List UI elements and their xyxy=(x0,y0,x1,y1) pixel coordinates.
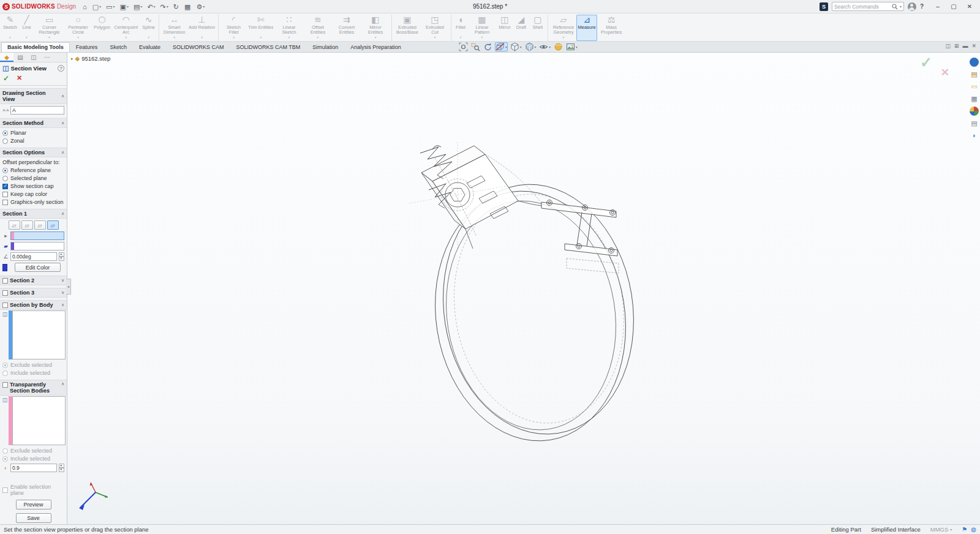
chevron-icon[interactable]: ∧ xyxy=(61,382,64,386)
quick-access-button[interactable]: ⌂ xyxy=(81,2,89,11)
radio-reference-plane[interactable]: Reference plane xyxy=(2,167,64,173)
breadcrumb-filename[interactable]: 95162.step xyxy=(81,55,110,62)
save-button[interactable]: Save xyxy=(16,513,51,523)
ribbon-tool-button[interactable]: ◠ Centerpoint Arc ▾ xyxy=(111,15,140,41)
ribbon-tool-button[interactable]: ◢ Draft xyxy=(513,15,529,41)
doc-close-icon[interactable]: ✕ xyxy=(971,43,976,49)
solidworks-resources-icon[interactable] xyxy=(970,58,979,67)
ribbon-tool-button[interactable]: ∿ Spline ▾ xyxy=(140,15,157,41)
previous-view-icon[interactable] xyxy=(483,42,493,51)
minimize-button[interactable]: – xyxy=(930,1,946,13)
doc-minimize-icon[interactable]: ▬ xyxy=(962,43,968,49)
command-tab[interactable]: Sketch xyxy=(104,42,133,52)
apply-scene-icon[interactable]: ▾ xyxy=(565,42,578,51)
group-header-section-method[interactable]: Section Method ∧ xyxy=(0,118,67,128)
command-tab[interactable]: Features xyxy=(70,42,104,52)
command-tab[interactable]: Basic Modeling Tools xyxy=(1,42,70,52)
preview-button[interactable]: Preview xyxy=(16,500,51,510)
section-by-body-selection-list[interactable]: ◫ xyxy=(1,310,66,359)
zoom-to-fit-icon[interactable] xyxy=(458,42,469,51)
view-palette-icon[interactable]: ▦ xyxy=(970,94,979,103)
cancel-button[interactable]: ✕ xyxy=(17,74,22,83)
chevron-icon[interactable]: ∧ xyxy=(61,211,64,216)
drawing-section-name-input[interactable] xyxy=(11,107,64,113)
command-tab[interactable]: Evaluate xyxy=(133,42,167,52)
section-reference-input[interactable] xyxy=(14,233,64,239)
ribbon-tool-button[interactable]: ◫ Mirror xyxy=(496,15,513,41)
quick-access-button[interactable]: ▭ ▾ xyxy=(104,2,116,11)
ribbon-tool-button[interactable]: ◜ Sketch Fillet ▾ xyxy=(218,15,247,41)
transparency-input[interactable] xyxy=(11,465,56,471)
ribbon-tool-button[interactable]: ▣ Extruded Boss/Base xyxy=(391,15,420,41)
breadcrumb[interactable]: ▸ ◆ 95162.step xyxy=(71,55,110,62)
custom-properties-icon[interactable]: ▤ xyxy=(970,119,979,128)
section-plane-selected-button[interactable]: ▱ xyxy=(47,220,59,230)
section-color-swatch[interactable] xyxy=(2,264,7,271)
spinner-down-icon[interactable] xyxy=(59,468,64,472)
ribbon-tool-button[interactable]: ◧ Mirror Entities ▾ xyxy=(361,15,390,41)
flyout-tree-arrow-icon[interactable]: ▸ xyxy=(71,56,74,61)
maximize-button[interactable]: ▢ xyxy=(946,1,962,13)
units-selector[interactable]: MMGS ▾ xyxy=(930,526,952,533)
ribbon-tool-button[interactable]: ✄ Trim Entities ▾ xyxy=(247,15,274,41)
group-header-transparently-section-bodies[interactable]: Transparently Section Bodies ∧ xyxy=(0,380,67,396)
quick-access-button[interactable]: ↻ xyxy=(172,2,181,11)
chevron-icon[interactable]: ∧ xyxy=(61,150,64,155)
property-manager-tab[interactable]: ◆ xyxy=(0,53,13,62)
checkbox-icon[interactable] xyxy=(2,382,8,388)
spinner-down-icon[interactable] xyxy=(59,257,64,261)
quick-access-button[interactable]: ▢ ▾ xyxy=(91,2,103,11)
radio-planar[interactable]: Planar xyxy=(2,130,64,136)
confirm-cancel-corner-button[interactable]: ✕ xyxy=(941,66,949,79)
hide-show-items-icon[interactable]: ▾ xyxy=(538,42,551,51)
interface-mode-label[interactable]: Simplified Interface xyxy=(871,526,921,533)
feature-manager-tab[interactable]: ▤ xyxy=(13,53,27,62)
ribbon-tool-button[interactable]: ╱ Line ▾ xyxy=(18,15,35,41)
help-icon[interactable]: ? xyxy=(920,3,924,10)
confirm-ok-corner-button[interactable]: ✓ xyxy=(920,54,932,71)
checkbox-show-section-cap[interactable]: Show section cap xyxy=(2,183,64,189)
group-header-section-2[interactable]: Section 2 ∨ xyxy=(0,276,67,285)
ribbon-tool-button[interactable]: ↔ Smart Dimension ▾ xyxy=(159,15,187,41)
ribbon-tool-button[interactable]: ○ Perimeter Circle ▾ xyxy=(64,15,92,41)
checkbox-icon[interactable] xyxy=(2,303,8,308)
checkbox-icon[interactable] xyxy=(2,290,8,296)
zoom-to-area-icon[interactable] xyxy=(470,42,481,51)
ribbon-tool-button[interactable]: ⬡ Polygon xyxy=(92,15,111,41)
section-plane-right-button[interactable]: ▱ xyxy=(34,220,46,230)
command-tab[interactable]: SOLIDWORKS CAM xyxy=(167,42,230,52)
display-manager-tab[interactable]: ◫ xyxy=(27,53,40,62)
selection-list-box[interactable] xyxy=(12,310,66,359)
search-input[interactable] xyxy=(834,4,890,10)
command-tab[interactable]: SOLIDWORKS CAM TBM xyxy=(230,42,306,52)
radio-include-selected-transparent[interactable]: Include selected xyxy=(2,456,64,462)
graphics-viewport[interactable]: ▸ ◆ 95162.step ✓ ✕ ▤ ▭ ▦ ▤ ◗ xyxy=(67,53,980,524)
checkbox-enable-selection-plane[interactable]: Enable selection plane xyxy=(2,484,64,496)
section-plane-top-button[interactable]: ▱ xyxy=(21,220,33,230)
more-tabs-button[interactable]: ⋯ xyxy=(40,53,54,62)
ribbon-tool-button[interactable]: ◖ Fillet ▾ xyxy=(451,15,467,41)
design-library-icon[interactable]: ▤ xyxy=(970,70,979,79)
ribbon-tool-button[interactable]: ≋ Offset Entities ▾ xyxy=(303,15,332,41)
ribbon-tool-button[interactable]: ▱ Reference Geometry ▾ xyxy=(548,15,576,41)
radio-include-selected-body[interactable]: Include selected xyxy=(2,370,64,376)
view-orientation-icon[interactable]: ▾ xyxy=(510,42,522,51)
checkbox-keep-cap-color[interactable]: Keep cap color xyxy=(2,191,64,197)
quick-access-button[interactable]: ▦ xyxy=(183,2,193,11)
chevron-icon[interactable]: ∧ xyxy=(61,303,64,307)
chevron-icon[interactable]: ∨ xyxy=(61,278,64,283)
chevron-icon[interactable]: ∧ xyxy=(61,121,64,126)
ribbon-tool-button[interactable]: ▭ Corner Rectangle ▾ xyxy=(35,15,64,41)
ribbon-tool-button[interactable]: ▦ Linear Pattern ▾ xyxy=(467,15,496,41)
radio-exclude-selected-body[interactable]: Exclude selected xyxy=(2,362,64,368)
transparency-spinner[interactable] xyxy=(59,464,64,472)
selection-list-box[interactable] xyxy=(12,396,66,445)
section-plane-front-button[interactable]: ▱ xyxy=(9,220,20,230)
pane-split-icon[interactable]: ◫ xyxy=(945,43,951,49)
chevron-icon[interactable]: ∨ xyxy=(61,290,64,295)
ribbon-tool-button[interactable]: ∷ Linear Sketch Pattern ▾ xyxy=(274,15,303,41)
display-style-icon[interactable]: ▾ xyxy=(524,42,537,51)
quick-access-button[interactable]: ▤ ▾ xyxy=(132,2,144,11)
section-rotation-input[interactable] xyxy=(14,243,64,249)
checkbox-graphics-only-section[interactable]: Graphics-only section xyxy=(2,199,64,205)
